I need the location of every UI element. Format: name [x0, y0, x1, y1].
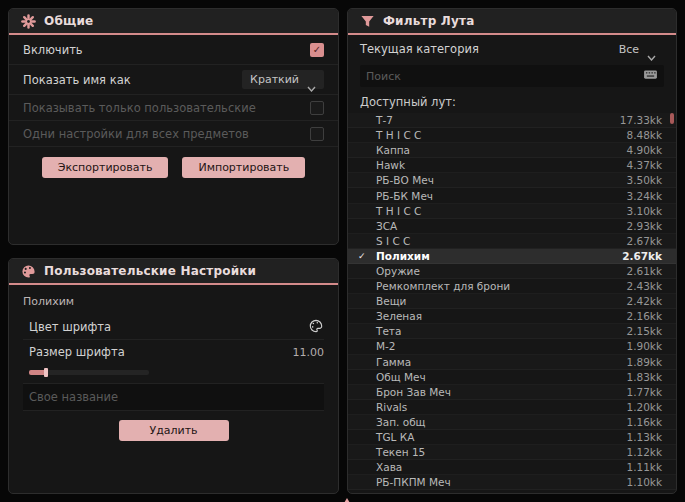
custom-settings-header[interactable]: Пользовательские Настройки [9, 259, 338, 285]
loot-item-name: Общ Меч [372, 371, 626, 383]
loot-item-value: 1.16kk [626, 416, 662, 428]
font-size-slider[interactable] [23, 364, 324, 384]
loot-item-name: Гамма [372, 356, 626, 368]
loot-item-row[interactable]: Оружие 2.61kk [348, 264, 676, 279]
loot-item-row[interactable]: ТGL КА 1.13kk [348, 430, 676, 445]
loot-item-name: Вещи [372, 295, 626, 307]
loot-item-value: 3.10kk [626, 205, 662, 217]
loot-item-row[interactable]: Т Н I С С 8.48kk [348, 128, 676, 143]
loot-item-row[interactable]: ЗСА 2.93kk [348, 219, 676, 234]
enable-checkbox[interactable]: ✓ [310, 43, 324, 57]
loot-item-name: Зеленая [372, 310, 626, 322]
loot-item-row[interactable]: ✓ Полихим 2.67kk [348, 249, 676, 264]
color-picker-icon[interactable] [309, 319, 324, 334]
loot-item-name: Текен 15 [372, 446, 626, 458]
gear-icon [21, 14, 36, 29]
general-panel-header[interactable]: Общие [9, 9, 338, 35]
loot-item-row[interactable]: Ремкомплект для брони 2.43kk [348, 279, 676, 294]
loot-item-value: 1.11kk [626, 461, 662, 473]
loot-item-value: 2.16kk [626, 310, 662, 322]
font-size-slider-handle[interactable] [44, 368, 48, 377]
loot-item-value: 2.67kk [626, 235, 662, 247]
loot-item-row[interactable]: Хава 1.11kk [348, 460, 676, 475]
loot-item-value: 4.90kk [626, 144, 662, 156]
scrollbar-thumb[interactable] [670, 113, 674, 124]
search-box[interactable] [360, 65, 664, 87]
loot-item-value: 8.48kk [626, 129, 662, 141]
loot-item-name: Оружие [372, 265, 626, 277]
loot-item-row[interactable]: РБ-ПКПМ Меч 1.10kk [348, 475, 676, 490]
enable-label: Включить [23, 43, 83, 57]
loot-item-name: РБ-БК Меч [372, 190, 626, 202]
loot-list: Т-7 17.33kk Т Н I С С 8.48kk Каппа 4.90k… [348, 113, 676, 490]
font-size-row: Размер шрифта 11.00 [23, 340, 324, 364]
loot-item-row[interactable]: Т Н I С С 3.10kk [348, 204, 676, 219]
only-custom-label: Показывать только пользовательские [23, 101, 256, 115]
loot-item-name: РБ-ВО Меч [372, 174, 626, 186]
mod-settings-screen: Общие Включить ✓ Показать имя как Кратки… [0, 0, 685, 502]
loot-item-row[interactable]: Брон Зав Меч 1.77kk [348, 385, 676, 400]
funnel-icon [360, 14, 375, 29]
loot-item-name: РБ-ПКПМ Меч [372, 476, 626, 488]
loot-item-value: 2.15kk [626, 325, 662, 337]
loot-item-value: 2.67kk [622, 250, 662, 262]
import-button[interactable]: Импортировать [182, 157, 305, 178]
loot-item-value: 1.12kk [626, 446, 662, 458]
loot-item-name: Т-7 [372, 114, 620, 126]
font-size-value: 11.00 [293, 346, 325, 359]
category-value: Все [619, 43, 639, 56]
loot-item-name: Брон Зав Меч [372, 386, 626, 398]
show-name-dropdown[interactable]: Краткий [242, 70, 324, 89]
loot-item-row[interactable]: Зеленая 2.16kk [348, 309, 676, 324]
check-icon: ✓ [358, 251, 372, 261]
loot-item-name: Ремкомплект для брони [372, 280, 626, 292]
loot-item-row[interactable]: Текен 15 1.12kk [348, 445, 676, 460]
custom-settings-panel: Пользовательские Настройки Полихим Цвет … [8, 258, 339, 494]
loot-item-value: 1.77kk [626, 386, 662, 398]
loot-item-row[interactable]: РБ-ВО Меч 3.50kk [348, 173, 676, 188]
loot-item-row[interactable]: РБ-БК Меч 3.24kk [348, 188, 676, 203]
loot-item-row[interactable]: Hawk 4.37kk [348, 158, 676, 173]
loot-item-row[interactable]: Гамма 1.89kk [348, 355, 676, 370]
loot-item-row[interactable]: Общ Меч 1.83kk [348, 370, 676, 385]
loot-item-value: 17.33kk [620, 114, 662, 126]
loot-item-value: 2.61kk [626, 265, 662, 277]
same-settings-checkbox[interactable] [310, 127, 324, 141]
loot-item-row[interactable]: Rivals 1.20kk [348, 400, 676, 415]
loot-filter-title: Фильтр Лута [383, 14, 474, 28]
only-custom-checkbox[interactable] [310, 101, 324, 115]
loot-item-row[interactable]: Т-7 17.33kk [348, 113, 676, 128]
show-name-label: Показать имя как [23, 73, 131, 87]
search-input[interactable] [366, 70, 643, 83]
keyboard-icon[interactable] [643, 69, 658, 84]
show-name-row: Показать имя как Краткий [9, 65, 338, 95]
loot-item-value: 3.24kk [626, 190, 662, 202]
loot-item-value: 1.13kk [626, 431, 662, 443]
loot-item-name: ЗСА [372, 220, 626, 232]
loot-item-name: Rivals [372, 401, 626, 413]
category-row: Текущая категория Все [348, 35, 676, 63]
loot-item-row[interactable]: Каппа 4.90kk [348, 143, 676, 158]
loot-item-value: 1.10kk [626, 476, 662, 488]
category-dropdown[interactable]: Все [611, 40, 664, 59]
export-button[interactable]: Экспортировать [42, 157, 169, 178]
loot-item-name: Каппа [372, 144, 626, 156]
font-size-slider-track[interactable] [29, 370, 149, 375]
loot-item-value: 4.37kk [626, 159, 662, 171]
general-panel-title: Общие [44, 14, 93, 28]
loot-item-name: М-2 [372, 340, 626, 352]
same-settings-row: Одни настройки для всех предметов [9, 121, 338, 147]
loot-item-name: Hawk [372, 159, 626, 171]
loot-item-row[interactable]: S I С С 2.67kk [348, 234, 676, 249]
custom-name-input[interactable] [23, 384, 324, 411]
loot-item-row[interactable]: Тета 2.15kk [348, 324, 676, 339]
general-panel: Общие Включить ✓ Показать имя как Кратки… [8, 8, 339, 245]
loot-item-value: 2.93kk [626, 220, 662, 232]
loot-item-name: Хава [372, 461, 626, 473]
loot-item-row[interactable]: Вещи 2.42kk [348, 294, 676, 309]
delete-button[interactable]: Удалить [119, 420, 229, 441]
loot-item-row[interactable]: Зап. общ 1.16kk [348, 415, 676, 430]
loot-item-row[interactable]: М-2 1.90kk [348, 339, 676, 354]
font-color-row: Цвет шрифта [23, 314, 324, 340]
loot-filter-header[interactable]: Фильтр Лута [348, 9, 676, 35]
